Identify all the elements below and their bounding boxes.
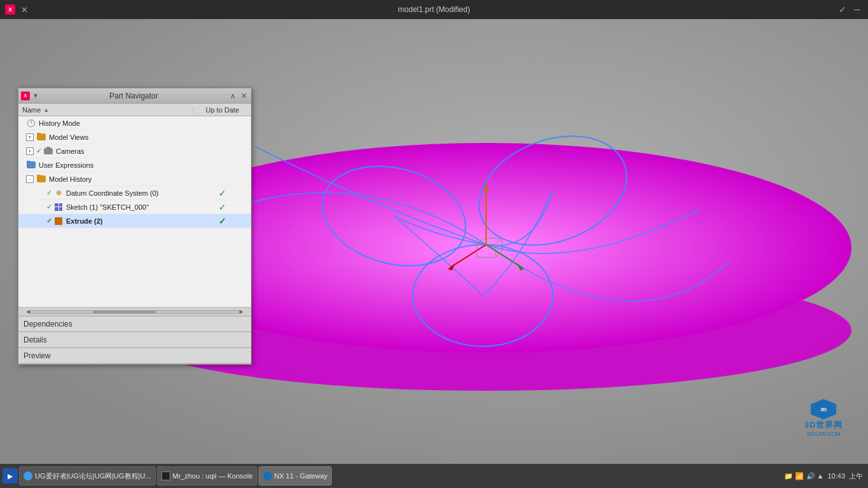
tree-row-cameras[interactable]: ✓ Cameras xyxy=(18,144,251,158)
tree-row-model-history[interactable]: Model History xyxy=(18,172,251,186)
pn-close-btn[interactable]: ✕ xyxy=(240,92,248,100)
taskbar-label-1: Mr_zhou : uqii — Konsole xyxy=(173,472,253,480)
logo-hex: 3D xyxy=(811,399,836,419)
pn-tree: History Mode Model Views xyxy=(18,116,251,307)
tree-cell-model-views: Model Views xyxy=(18,133,194,142)
tree-cell-model-history: Model History xyxy=(18,175,194,184)
pn-header-uptodate: Up to Date xyxy=(194,106,251,114)
title-bar-left: X ✕ xyxy=(5,4,30,15)
title-dash-btn[interactable]: ─ xyxy=(851,4,863,15)
cameras-icon xyxy=(43,147,53,156)
expand-cameras[interactable] xyxy=(26,147,34,155)
tree-row-model-views[interactable]: Model Views xyxy=(18,130,251,144)
scroll-track[interactable] xyxy=(30,310,240,314)
tree-status-extrude: ✓ xyxy=(194,216,251,226)
tree-row-user-expressions[interactable]: User Expressions xyxy=(18,158,251,172)
tree-row-datum-coord[interactable]: ✓ ⊕ Datum Coordinate System (0) ✓ xyxy=(18,186,251,200)
dependencies-section: Dependencies xyxy=(18,316,251,332)
app-icon: X xyxy=(5,4,15,15)
details-section: Details xyxy=(18,332,251,348)
taskbar: ▶ UG爱好者|UG论坛|UG网|UG教程|U... Mr_zhou : uqi… xyxy=(0,464,868,488)
preview-section: Preview xyxy=(18,348,251,364)
expand-model-views[interactable] xyxy=(26,133,34,141)
cameras-check-icon: ✓ xyxy=(36,147,42,155)
nx-icon xyxy=(263,471,272,480)
logo-area: 3D 3D世界网 3DSJW.COM xyxy=(785,399,862,437)
tree-cell-user-expressions: User Expressions xyxy=(18,161,194,170)
taskbar-item-1[interactable]: Mr_zhou : uqii — Konsole xyxy=(157,466,257,485)
taskbar-label-2: NX 11 - Gateway xyxy=(275,472,328,480)
tree-row-history-mode[interactable]: History Mode xyxy=(18,116,251,130)
scroll-right-btn[interactable]: ▶ xyxy=(240,309,243,315)
title-check-btn[interactable]: ✓ xyxy=(836,4,849,15)
model-history-icon xyxy=(36,175,46,184)
logo-text-line1: 3D世界网 xyxy=(804,419,843,431)
extrude-check-icon: ✓ xyxy=(46,217,52,225)
tree-cell-extrude: ✓ Extrude (2) xyxy=(18,217,194,226)
pn-scrollbar[interactable]: ◀ ▶ xyxy=(18,307,251,316)
pn-minimize-btn[interactable]: ∧ xyxy=(229,92,237,100)
tree-row-sketch[interactable]: ✓ Sketch (1) "SKETCH_000" ✓ xyxy=(18,200,251,214)
taskbar-item-0[interactable]: UG爱好者|UG论坛|UG网|UG教程|U... xyxy=(19,466,156,485)
clock-ampm: 上午 xyxy=(849,471,863,481)
taskbar-label-0: UG爱好者|UG论坛|UG网|UG教程|U... xyxy=(35,471,151,481)
extrude-icon xyxy=(53,217,64,226)
tree-cell-cameras: ✓ Cameras xyxy=(18,147,194,156)
user-expressions-icon xyxy=(26,161,36,170)
sketch-icon xyxy=(53,203,64,212)
tree-status-datum-coord: ✓ xyxy=(194,188,251,198)
sketch-check-icon: ✓ xyxy=(46,203,52,211)
title-bar-controls: ✓ ─ xyxy=(836,4,863,15)
details-header[interactable]: Details xyxy=(18,332,251,348)
pn-titlebar: X ▼ Part Navigator ∧ ✕ xyxy=(18,88,251,104)
logo-text-line2: 3DSJW.COM xyxy=(806,431,841,437)
start-button[interactable]: ▶ xyxy=(3,468,18,484)
tree-status-sketch: ✓ xyxy=(194,202,251,212)
clock-time: 10:43 xyxy=(827,472,845,480)
pn-app-icon: X xyxy=(21,92,30,100)
window-title: model1.prt (Modified) xyxy=(398,5,470,14)
title-bar: X ✕ model1.prt (Modified) ✓ ─ xyxy=(0,0,868,19)
tree-empty-space xyxy=(18,228,251,304)
datum-check-icon: ✓ xyxy=(46,189,52,197)
sort-icon[interactable]: ▲ xyxy=(43,107,49,113)
tree-cell-datum-coord: ✓ ⊕ Datum Coordinate System (0) xyxy=(18,189,194,198)
taskbar-item-2[interactable]: NX 11 - Gateway xyxy=(259,466,332,485)
expand-model-history[interactable] xyxy=(26,175,34,183)
preview-header[interactable]: Preview xyxy=(18,348,251,363)
taskbar-right: 📁 📶 🔊 ▲ 10:43 上午 xyxy=(784,471,865,481)
model-views-icon xyxy=(36,133,46,142)
pn-bottom-panels: Dependencies Details Preview xyxy=(18,316,251,364)
part-navigator-panel: X ▼ Part Navigator ∧ ✕ Name ▲ Up to Date xyxy=(18,88,252,365)
browser-icon xyxy=(24,471,32,480)
datum-coord-icon: ⊕ xyxy=(53,189,64,198)
tree-row-extrude[interactable]: ✓ Extrude (2) ✓ xyxy=(18,214,251,228)
konsole-icon xyxy=(161,471,170,480)
history-mode-icon xyxy=(26,119,36,128)
title-bar-close-x[interactable]: ✕ xyxy=(19,5,30,15)
dependencies-header[interactable]: Dependencies xyxy=(18,316,251,332)
tree-cell-history-mode: History Mode xyxy=(18,119,194,128)
pn-title-text: Part Navigator xyxy=(41,92,226,100)
main-area: 3D 3D世界网 3DSJW.COM X ▼ Part Navigator ∧ … xyxy=(0,19,868,488)
tree-cell-sketch: ✓ Sketch (1) "SKETCH_000" xyxy=(18,203,194,212)
pn-column-headers: Name ▲ Up to Date xyxy=(18,104,251,116)
scroll-thumb[interactable] xyxy=(93,311,155,313)
pn-header-name: Name ▲ xyxy=(18,106,194,114)
pn-title-expand[interactable]: ▼ xyxy=(32,92,39,99)
systray-icons: 📁 📶 🔊 ▲ xyxy=(784,472,824,480)
